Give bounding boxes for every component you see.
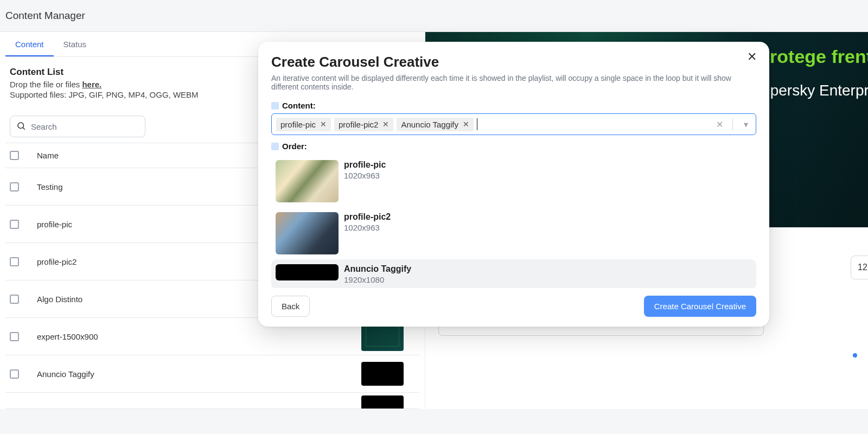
order-item[interactable]: Anuncio Taggify 1920x1080 <box>271 259 756 288</box>
order-item[interactable]: profile-pic2 1020x963 <box>271 207 756 259</box>
modal-subtitle: An iterative content will be displayed d… <box>271 74 756 91</box>
chip-remove-icon[interactable]: ✕ <box>320 120 327 129</box>
back-button[interactable]: Back <box>271 296 310 317</box>
close-icon[interactable]: ✕ <box>744 49 760 65</box>
order-field-label: Order: <box>271 142 756 151</box>
chip-remove-icon[interactable]: ✕ <box>382 120 389 129</box>
clipboard-icon <box>271 102 279 110</box>
create-carousel-button[interactable]: Create Carousel Creative <box>644 296 756 317</box>
modal-overlay: ✕ Create Carousel Creative An iterative … <box>0 0 868 434</box>
text-cursor <box>477 118 477 130</box>
modal-title: Create Carousel Creative <box>271 54 756 71</box>
chip-label: profile-pic2 <box>339 120 378 129</box>
chevron-down-icon[interactable]: ▾ <box>744 119 748 130</box>
content-multiselect[interactable]: profile-pic✕ profile-pic2✕ Anuncio Taggi… <box>271 113 756 135</box>
chip-remove-icon[interactable]: ✕ <box>463 120 469 129</box>
content-label-text: Content: <box>282 101 316 110</box>
chip: Anuncio Taggify✕ <box>397 118 474 131</box>
create-carousel-modal: ✕ Create Carousel Creative An iterative … <box>258 42 769 327</box>
order-thumb <box>276 212 339 254</box>
chip-label: profile-pic <box>280 120 316 129</box>
order-item-dim: 1020x963 <box>344 223 391 232</box>
content-field-label: Content: <box>271 101 756 110</box>
order-item-name: profile-pic2 <box>344 212 391 222</box>
order-list: profile-pic 1020x963 profile-pic2 1020x9… <box>271 155 756 288</box>
chip-label: Anuncio Taggify <box>401 120 458 129</box>
order-item[interactable]: profile-pic 1020x963 <box>271 155 756 207</box>
order-item-dim: 1920x1080 <box>344 275 411 284</box>
chip: profile-pic✕ <box>276 118 331 131</box>
chip: profile-pic2✕ <box>334 118 393 131</box>
order-thumb <box>276 264 339 280</box>
clipboard-icon <box>271 143 279 150</box>
clear-all-icon[interactable]: ✕ <box>716 119 723 130</box>
order-item-name: profile-pic <box>344 160 386 170</box>
order-thumb <box>276 160 339 202</box>
order-item-name: Anuncio Taggify <box>344 264 411 274</box>
order-item-dim: 1020x963 <box>344 171 386 180</box>
order-label-text: Order: <box>282 142 307 151</box>
